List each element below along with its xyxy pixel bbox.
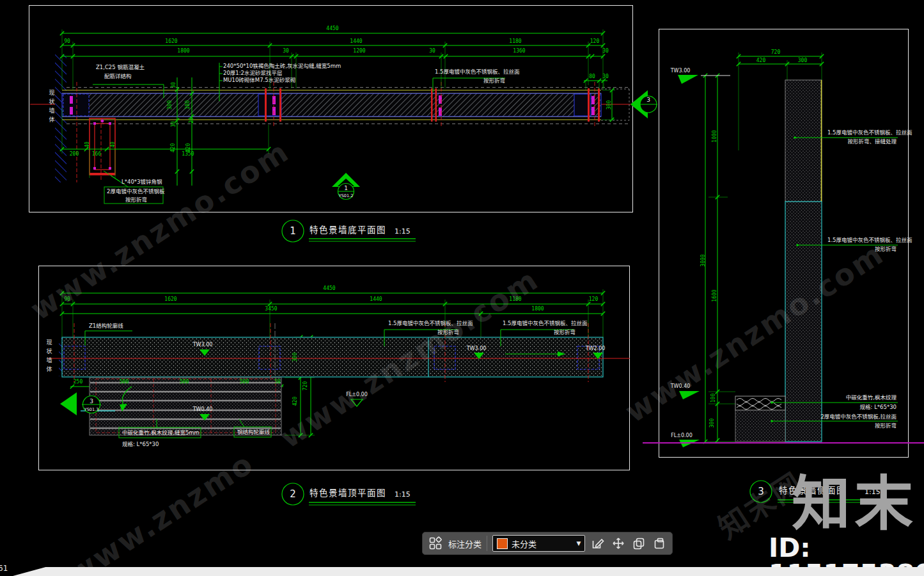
dim: 300 (798, 58, 807, 63)
dim: 1800 (531, 307, 544, 312)
dim: 1440 (370, 297, 382, 302)
note-steel-plate: 按形折弯、接缝处理 (847, 139, 897, 145)
dim: 300 (168, 100, 173, 109)
elevation-marker: TW2.00 (586, 346, 606, 351)
dim: 1620 (165, 39, 177, 44)
dim: 30 (283, 49, 289, 54)
note-steel-plate: 1.5厚电镀中灰色不锈钢板、拉丝面 (503, 321, 588, 326)
annotation-toolbar: 标注分类 未分类 ▼ (422, 532, 673, 555)
category-value: 未分类 (512, 538, 573, 550)
note-steel-plate: 1.5厚电镀中灰色不锈钢板、拉丝面 (827, 130, 912, 136)
paste-icon[interactable] (652, 536, 667, 551)
dim: 3000 (701, 254, 706, 266)
note-column: Z1,C25 钢筋混凝土 (96, 65, 145, 70)
dim: 166 (92, 152, 101, 157)
dim: 180 (185, 100, 191, 109)
toolbar-separator (487, 536, 487, 551)
drawing-2-top-plan (39, 266, 630, 506)
note-steel-plate: 按形折弯 (483, 78, 505, 84)
category-dropdown[interactable]: 未分类 ▼ (492, 535, 585, 552)
zhimo-logo: 知末 (792, 475, 917, 534)
category-color-swatch (497, 538, 508, 549)
dim: 1440 (350, 39, 362, 44)
cad-viewport: 4450901620144011801201800301200301360303… (0, 0, 924, 576)
dim: 3450 (265, 307, 277, 312)
elevation-marker: FL±0.00 (671, 433, 693, 438)
note-angle-steel: L*40*3镀锌角钢 (121, 179, 162, 185)
dim: 40 (85, 141, 90, 148)
dim: 1350 (182, 152, 194, 157)
dim: 30 (429, 49, 435, 54)
drawing-1-base-plan (29, 6, 658, 243)
note-brick: 240*50*10铁褐色陶土砖,灰水泥勾缝,缝宽5mm (223, 63, 341, 69)
category-grid-icon[interactable] (428, 536, 443, 551)
view-scale: 1:15 (395, 228, 411, 235)
dim: 1000 (712, 130, 717, 142)
existing-wall-label: 现状墙体 (49, 90, 54, 125)
note-steel-outline: 钢结构轮廓线 (237, 429, 270, 435)
dim: 4450 (323, 286, 335, 291)
corner-number: 61 (0, 564, 8, 573)
note-steel-plate: 按形折弯 (554, 330, 576, 335)
dim: 500 (240, 380, 249, 385)
dim: 1200 (353, 49, 365, 54)
dim: 50 (274, 380, 281, 385)
section-marker-ref: YS01.2 (339, 194, 354, 198)
dim: 80 (589, 74, 595, 79)
dropdown-caret-icon: ▼ (576, 540, 581, 547)
move-icon[interactable] (611, 536, 626, 551)
elevation-marker: TW3.00 (467, 346, 487, 351)
dim: 100 (711, 394, 716, 403)
note-bamboo-spec: 规格: L*65*30 (122, 442, 159, 447)
dim: 1600 (712, 289, 717, 301)
footer-strip (13, 567, 924, 576)
dim: 4450 (326, 26, 338, 31)
dim: 300 (607, 100, 612, 109)
note-bamboo: 中碳化重竹,枫木纹理,缝宽5mm (122, 430, 200, 436)
view-number: 2 (290, 490, 296, 499)
note-steel-plate: 按形折弯 (875, 423, 897, 429)
dim: 500 (180, 380, 189, 385)
view-number: 1 (290, 227, 296, 236)
dim: 250 (74, 380, 82, 385)
elevation-marker: TW0.40 (193, 407, 213, 412)
dim: 1620 (164, 297, 176, 302)
dim: 300 (293, 353, 298, 362)
category-label: 标注分类 (448, 538, 482, 550)
section-marker-num: 3 (646, 97, 650, 103)
dim: 1180 (509, 39, 521, 44)
section-marker-num: 1 (344, 186, 348, 191)
note-steel-plate: 按形折弯 (125, 197, 147, 203)
note-column: 配筋详结构 (104, 74, 132, 79)
note-steel-plate: 1.5厚电镀中灰色不锈钢板、拉丝面 (435, 69, 520, 75)
dim: 120 (590, 39, 599, 44)
dim: 300 (710, 419, 715, 428)
section-marker-ref: YS01.3 (84, 408, 99, 412)
dim: 1800 (177, 49, 189, 54)
dim: 120 (589, 297, 598, 302)
section-marker-num: 3 (90, 399, 93, 404)
note-outline: Z1结构轮廓线 (89, 323, 123, 329)
dim: 720 (303, 381, 308, 390)
dim: 90 (64, 39, 70, 44)
edit-icon[interactable] (590, 536, 606, 551)
elevation-marker: TW3.00 (671, 68, 691, 74)
note-bamboo: 中碳化重竹,枫木纹理 (846, 395, 897, 401)
note-mortar: 20厚1:2水泥砂浆找平层 (223, 70, 283, 76)
copy-icon[interactable] (631, 536, 646, 551)
existing-wall-label: 现状墙体 (46, 339, 52, 375)
dim: 500 (120, 380, 129, 385)
dim: 200 (70, 152, 79, 157)
dim: 40 (111, 141, 116, 148)
dim: 30 (171, 121, 176, 127)
dim: 30 (602, 49, 609, 54)
dim: 30 (171, 82, 176, 88)
dim: 1360 (513, 49, 525, 54)
dim: 420 (756, 58, 765, 63)
dim: 20 (189, 117, 194, 124)
dim: 420 (171, 143, 176, 152)
dim: 720 (771, 50, 780, 55)
dim: 30 (602, 74, 609, 79)
view-scale: 1:15 (395, 491, 411, 498)
note-steel-plate: 2厚电镀中灰色不锈钢板,拉丝面 (820, 414, 897, 420)
